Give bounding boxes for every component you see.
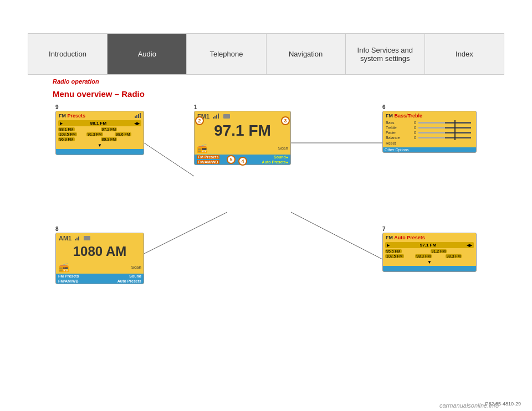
callout-5: 5 bbox=[227, 155, 236, 164]
nav-tabs: Introduction Audio Telephone Navigation … bbox=[0, 33, 532, 75]
callout-2: 2 bbox=[195, 116, 204, 125]
callout-3: 3 bbox=[281, 116, 290, 125]
card-am: 8 AM1 1080 AM 📻 Scan FM Presets Sound bbox=[55, 226, 144, 284]
section-title: Menu overview – Radio bbox=[53, 89, 532, 99]
display-icon bbox=[223, 114, 230, 119]
card-number-7: 7 bbox=[382, 226, 477, 232]
card-number-9: 9 bbox=[55, 104, 144, 110]
svg-line-0 bbox=[144, 143, 194, 176]
am-icon-row: 📻 Scan bbox=[56, 261, 144, 274]
signal-bars-am bbox=[75, 236, 79, 240]
card-fm-main: 1 FM1 2 3 97.1 FM 4 📻 bbox=[194, 104, 291, 165]
preset-playing: ▶ 88.1 FM ◀▶ bbox=[58, 120, 141, 126]
antenna-icon: 📻 bbox=[197, 143, 208, 153]
card-number-6: 6 bbox=[382, 104, 477, 110]
presets-list: ▶ 88.1 FM ◀▶ 88.1 FM 97.2 FM 103.5 FM 91… bbox=[56, 119, 144, 149]
callout-4: 4 bbox=[238, 157, 247, 165]
bass-row: Bass 0 bbox=[386, 121, 473, 125]
svg-line-3 bbox=[291, 212, 382, 259]
am-menu-bar-1: FM Presets Sound bbox=[56, 274, 144, 279]
menu-sound[interactable]: Sound● bbox=[274, 155, 288, 159]
menu-auto-presets[interactable]: Auto Presets● bbox=[262, 160, 288, 164]
fm-auto-title: FM Auto Presets bbox=[386, 235, 425, 240]
card-fm-presets: 9 FM Presets ▶ 88.1 FM ◀▶ bbox=[55, 104, 144, 155]
tab-introduction[interactable]: Introduction bbox=[28, 34, 108, 74]
auto-preset-playing: ▶ 97.1 FM ◀▶ bbox=[385, 242, 474, 248]
diagram-area: 9 FM Presets ▶ 88.1 FM ◀▶ bbox=[55, 104, 477, 337]
fm-main-body: 97.1 FM bbox=[195, 120, 290, 142]
am-menu-fm-am-wb[interactable]: FM/AM/WB bbox=[58, 279, 79, 283]
tab-audio[interactable]: Audio bbox=[108, 34, 187, 74]
menu-fm-am-wb[interactable]: FM/AM/WB bbox=[197, 160, 219, 164]
other-options[interactable]: Other Options bbox=[383, 147, 476, 152]
auto-presets-list: ▶ 97.1 FM ◀▶ 95.5 FM 91.2 FM 102.5 FM 98… bbox=[383, 241, 476, 266]
am-menu-fm-presets[interactable]: FM Presets bbox=[58, 274, 79, 278]
tab-telephone[interactable]: Telephone bbox=[187, 34, 266, 74]
card-fm-bass: 6 FM Bass/Treble Bass 0 Treble 0 bbox=[382, 104, 477, 153]
tab-index[interactable]: Index bbox=[425, 34, 504, 74]
am-menu-auto-presets[interactable]: Auto Presets bbox=[117, 279, 141, 283]
am-menu-sound[interactable]: Sound bbox=[129, 274, 141, 278]
svg-line-2 bbox=[144, 212, 227, 254]
card-number-8: 8 bbox=[55, 226, 144, 232]
signal-bars-main bbox=[213, 114, 219, 119]
fm-icon-row: 📻 Scan bbox=[195, 142, 290, 155]
display-icon-am bbox=[84, 236, 90, 240]
fm-bass-title: FM Bass/Treble bbox=[386, 113, 422, 119]
breadcrumb: Radio operation bbox=[53, 78, 532, 85]
reset-label: Reset bbox=[386, 141, 473, 145]
menu-fm-presets[interactable]: FM Presets bbox=[197, 155, 219, 159]
treble-row: Treble 0 bbox=[386, 126, 473, 130]
card-fm-auto: 7 FM Auto Presets ▶ 97.1 FM ◀▶ 95.5 FM 9… bbox=[382, 226, 477, 272]
antenna-icon-am: 📻 bbox=[58, 262, 69, 273]
fm-auto-bottom-bar bbox=[383, 266, 476, 271]
tab-navigation[interactable]: Navigation bbox=[267, 34, 346, 74]
card-number-1: 1 bbox=[194, 104, 291, 110]
tab-info-services[interactable]: Info Services and system settings bbox=[346, 34, 425, 74]
balance-row: Balance 0 bbox=[386, 136, 473, 140]
bass-treble-body: Bass 0 Treble 0 Fader 0 Balance 0 bbox=[383, 119, 476, 147]
signal-bars bbox=[135, 114, 141, 118]
watermark: carmanualsonline.info bbox=[439, 402, 499, 409]
fader-row: Fader 0 bbox=[386, 131, 473, 135]
fm-presets-title: FM Presets bbox=[59, 113, 85, 119]
am-menu-bar-2: FM/AM/WB Auto Presets bbox=[56, 279, 144, 284]
am-main-body: 1080 AM bbox=[56, 242, 144, 261]
fm-presets-bottom-bar bbox=[56, 149, 144, 155]
